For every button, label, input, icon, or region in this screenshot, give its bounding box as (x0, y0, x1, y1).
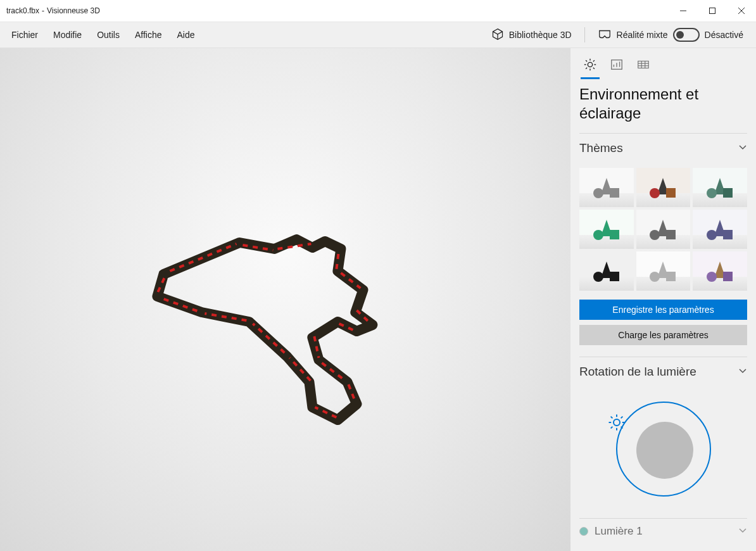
mixed-reality-toggle[interactable] (673, 28, 700, 42)
theme-thumbnail[interactable] (636, 168, 691, 207)
svg-rect-36 (666, 230, 676, 239)
menu-file[interactable]: Fichier (4, 23, 46, 46)
panel-tabs (570, 48, 756, 79)
svg-rect-17 (638, 61, 649, 68)
side-panel: Environnement et éclairage Thèmes (570, 48, 756, 551)
3d-viewport[interactable] (0, 48, 570, 551)
theme-thumbnail[interactable] (579, 168, 634, 207)
maximize-button[interactable] (698, 0, 727, 22)
theme-shapes-icon (645, 216, 681, 243)
svg-rect-24 (610, 188, 619, 198)
theme-shapes-icon (645, 174, 681, 201)
section-rotation-header[interactable]: Rotation de la lumière (570, 357, 756, 386)
rotation-area (570, 386, 756, 518)
svg-point-38 (707, 230, 717, 240)
light-1-row[interactable]: Lumière 1 (570, 519, 756, 540)
light-1-label: Lumière 1 (595, 525, 643, 538)
light-color-swatch (579, 527, 588, 536)
svg-line-10 (593, 68, 595, 69)
svg-line-57 (621, 417, 622, 419)
svg-line-9 (586, 60, 587, 61)
theme-shapes-icon (588, 258, 625, 284)
theme-thumbnail[interactable] (693, 251, 747, 291)
stats-icon (610, 58, 624, 74)
track-model (122, 186, 413, 439)
minimize-button[interactable] (669, 0, 698, 22)
svg-line-56 (610, 427, 612, 429)
window-controls (669, 0, 756, 22)
load-settings-button[interactable]: Charge les paramètres (579, 325, 747, 345)
panel-buttons: Enregistre les paramètres Charge les par… (570, 300, 756, 357)
svg-line-12 (593, 60, 595, 61)
theme-shapes-icon (702, 174, 738, 201)
theme-thumbnail[interactable] (579, 251, 634, 291)
chevron-down-icon (738, 526, 747, 537)
light-rotation-dial[interactable] (610, 395, 717, 503)
theme-thumbnail[interactable] (693, 168, 747, 207)
menubar: Fichier Modifie Outils Affiche Aide Bibl… (0, 22, 756, 48)
theme-shapes-icon (588, 174, 625, 201)
grid-icon (636, 58, 650, 74)
panel-title: Environnement et éclairage (570, 79, 756, 133)
themes-grid (570, 163, 756, 300)
tab-grid[interactable] (630, 54, 657, 78)
save-settings-button[interactable]: Enregistre les paramètres (579, 300, 747, 320)
mixed-reality-group: Réalité mixte Désactivé (594, 24, 747, 46)
title-appname: Visionneuse 3D (47, 6, 100, 15)
sun-marker-icon (607, 413, 626, 434)
menu-edit[interactable]: Modifie (46, 23, 89, 46)
chevron-down-icon (738, 366, 747, 377)
svg-rect-42 (610, 272, 619, 281)
dial-inner-circle (636, 422, 693, 479)
tab-stats[interactable] (603, 54, 630, 78)
svg-point-41 (593, 272, 603, 282)
menu-tools[interactable]: Outils (89, 23, 127, 46)
svg-point-32 (593, 230, 603, 240)
section-themes-header[interactable]: Thèmes (570, 134, 756, 163)
svg-point-44 (650, 272, 660, 282)
svg-line-11 (586, 68, 587, 69)
theme-thumbnail[interactable] (579, 210, 634, 249)
title-filename: track0.fbx (6, 6, 39, 15)
theme-shapes-icon (702, 258, 738, 284)
svg-point-26 (650, 188, 660, 198)
svg-rect-45 (666, 272, 676, 281)
cube-icon (491, 28, 504, 42)
menu-help[interactable]: Aide (170, 23, 203, 46)
svg-rect-48 (723, 272, 733, 281)
svg-rect-30 (723, 188, 733, 198)
close-button[interactable] (727, 0, 756, 22)
menu-display[interactable]: Affiche (127, 23, 170, 46)
headset-icon (598, 28, 612, 42)
library-3d-label: Bibliothèque 3D (509, 30, 572, 40)
svg-line-54 (610, 417, 612, 419)
chevron-down-icon (738, 142, 747, 154)
window-title: track0.fbx - Visionneuse 3D (6, 6, 100, 15)
themes-title: Thèmes (579, 141, 623, 155)
rotation-title: Rotation de la lumière (579, 365, 696, 379)
menubar-right: Bibliothèque 3D Réalité mixte Désactivé (488, 24, 752, 46)
theme-thumbnail[interactable] (636, 251, 691, 291)
theme-thumbnail[interactable] (693, 210, 747, 249)
main-area: Environnement et éclairage Thèmes (0, 48, 756, 551)
title-separator: - (42, 6, 44, 15)
svg-rect-27 (666, 188, 676, 198)
svg-point-4 (588, 62, 592, 66)
theme-thumbnail[interactable] (636, 210, 691, 249)
mixed-reality-label: Réalité mixte (617, 30, 668, 40)
svg-point-29 (707, 188, 717, 198)
theme-shapes-icon (645, 258, 681, 284)
svg-point-23 (593, 188, 603, 198)
theme-shapes-icon (588, 216, 625, 243)
tab-environment[interactable] (577, 54, 603, 78)
separator (584, 27, 585, 42)
svg-rect-1 (710, 8, 715, 14)
svg-point-35 (650, 230, 660, 240)
toggle-knob (676, 31, 684, 39)
svg-point-47 (707, 272, 717, 282)
library-3d-button[interactable]: Bibliothèque 3D (488, 24, 576, 46)
mixed-reality-state: Désactivé (705, 30, 743, 40)
svg-rect-33 (610, 230, 619, 239)
svg-point-49 (614, 419, 620, 426)
menubar-left: Fichier Modifie Outils Affiche Aide (4, 23, 203, 46)
